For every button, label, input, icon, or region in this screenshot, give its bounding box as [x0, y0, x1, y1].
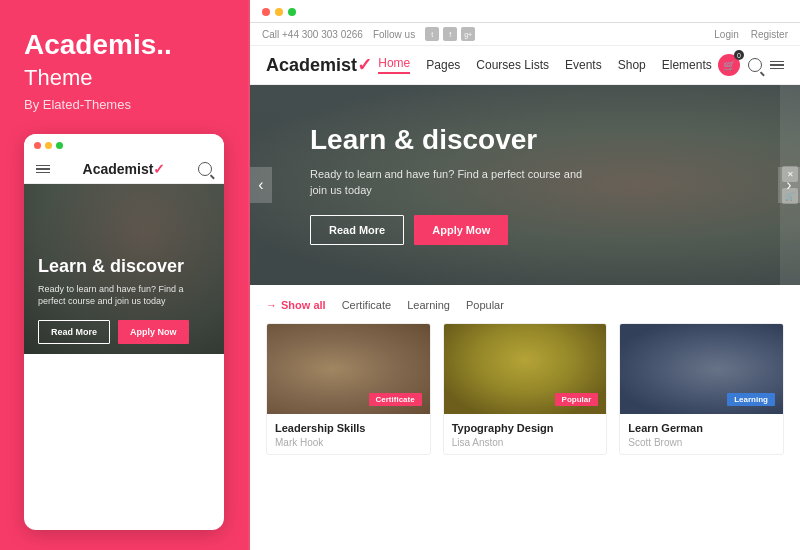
- browser-dot-green: [288, 8, 296, 16]
- site-hero: ‹ › ✕ 🛒 Learn & discover Ready to learn …: [250, 85, 800, 285]
- theme-subtitle: Theme: [24, 65, 224, 91]
- nav-link-pages[interactable]: Pages: [426, 58, 460, 72]
- social-icon-twitter[interactable]: t: [425, 27, 439, 41]
- desktop-search-icon[interactable]: [748, 58, 762, 72]
- courses-filter: → Show all Certificate Learning Popular: [266, 299, 784, 311]
- mobile-hero-title: Learn & discover: [38, 256, 210, 277]
- course-card-2[interactable]: Popular Typography Design Lisa Anston: [443, 323, 608, 455]
- filter-certificate[interactable]: Certificate: [342, 299, 392, 311]
- browser-dot-red: [262, 8, 270, 16]
- mobile-logo: Academist✓: [83, 161, 166, 177]
- hero-prev-button[interactable]: ‹: [250, 167, 272, 203]
- dot-red: [34, 142, 41, 149]
- nav-link-elements[interactable]: Elements: [662, 58, 712, 72]
- course-thumb-1: Certificate: [267, 324, 430, 414]
- theme-by: By Elated-Themes: [24, 97, 224, 112]
- filter-arrow-icon: →: [266, 299, 277, 311]
- browser-chrome: [250, 0, 800, 23]
- mobile-hero-buttons: Read More Apply Now: [38, 320, 210, 344]
- hero-apply-now-button[interactable]: Apply Mow: [414, 215, 508, 245]
- hero-desc: Ready to learn and have fun? Find a perf…: [310, 166, 590, 199]
- nav-link-events[interactable]: Events: [565, 58, 602, 72]
- hero-title: Learn & discover: [310, 125, 740, 156]
- mobile-search-icon[interactable]: [198, 162, 212, 176]
- course-card-1[interactable]: Certificate Leadership Skills Mark Hook: [266, 323, 431, 455]
- course-info-2: Typography Design Lisa Anston: [444, 414, 607, 454]
- topbar-right: Login Register: [714, 29, 788, 40]
- browser-dot-yellow: [275, 8, 283, 16]
- nav-link-home[interactable]: Home: [378, 56, 410, 74]
- course-badge-1: Certificate: [369, 393, 422, 406]
- course-info-3: Learn German Scott Brown: [620, 414, 783, 454]
- topbar-register-link[interactable]: Register: [751, 29, 788, 40]
- desktop-menu-icon[interactable]: [770, 61, 784, 70]
- social-icon-google[interactable]: g+: [461, 27, 475, 41]
- social-icons: t f g+: [425, 27, 475, 41]
- mobile-hero-desc: Ready to learn and have fun? Find a perf…: [38, 283, 210, 308]
- browser-frame: Call +44 300 303 0266 Follow us t f g+ L…: [250, 23, 800, 550]
- theme-title: Academis..: [24, 30, 224, 61]
- topbar-left: Call +44 300 303 0266 Follow us t f g+: [262, 27, 475, 41]
- site-nav-right: 🛒 0: [718, 54, 784, 76]
- social-icon-facebook[interactable]: f: [443, 27, 457, 41]
- course-author-2: Lisa Anston: [452, 437, 599, 448]
- hero-buttons: Read More Apply Mow: [310, 215, 740, 245]
- course-info-1: Leadership Skills Mark Hook: [267, 414, 430, 454]
- mobile-hero: Learn & discover Ready to learn and have…: [24, 184, 224, 354]
- course-author-1: Mark Hook: [275, 437, 422, 448]
- filter-learning[interactable]: Learning: [407, 299, 450, 311]
- hamburger-icon[interactable]: [36, 165, 50, 174]
- course-author-3: Scott Brown: [628, 437, 775, 448]
- mobile-nav: Academist✓: [24, 155, 224, 184]
- course-badge-2: Popular: [555, 393, 599, 406]
- mobile-apply-now-button[interactable]: Apply Now: [118, 320, 189, 344]
- course-title-2: Typography Design: [452, 422, 599, 434]
- cart-icon[interactable]: 🛒 0: [718, 54, 740, 76]
- hero-right-icon-2: 🛒: [782, 188, 798, 204]
- hero-right-bar: ✕ 🛒: [780, 85, 800, 285]
- courses-grid: Certificate Leadership Skills Mark Hook …: [266, 323, 784, 455]
- site-logo-accent: ✓: [357, 55, 372, 75]
- right-panel: Call +44 300 303 0266 Follow us t f g+ L…: [248, 0, 800, 550]
- course-card-3[interactable]: Learning Learn German Scott Brown: [619, 323, 784, 455]
- mobile-top-bar: [24, 134, 224, 155]
- site-navbar: Academist✓ Home Pages Courses Lists Even…: [250, 46, 800, 85]
- topbar-follow: Follow us: [373, 29, 415, 40]
- mobile-logo-accent: ✓: [153, 161, 165, 177]
- filter-show-all[interactable]: → Show all: [266, 299, 326, 311]
- left-panel: Academis.. Theme By Elated-Themes Academ…: [0, 0, 248, 550]
- hero-right-icon-1: ✕: [782, 166, 798, 182]
- course-thumb-2: Popular: [444, 324, 607, 414]
- course-title-1: Leadership Skills: [275, 422, 422, 434]
- site-logo: Academist✓: [266, 54, 372, 76]
- course-badge-3: Learning: [727, 393, 775, 406]
- course-thumb-3: Learning: [620, 324, 783, 414]
- dot-green: [56, 142, 63, 149]
- filter-show-all-label: Show all: [281, 299, 326, 311]
- hero-read-more-button[interactable]: Read More: [310, 215, 404, 245]
- site-topbar: Call +44 300 303 0266 Follow us t f g+ L…: [250, 23, 800, 46]
- filter-popular[interactable]: Popular: [466, 299, 504, 311]
- dot-yellow: [45, 142, 52, 149]
- topbar-login-link[interactable]: Login: [714, 29, 738, 40]
- nav-link-shop[interactable]: Shop: [618, 58, 646, 72]
- nav-link-courses[interactable]: Courses Lists: [476, 58, 549, 72]
- mobile-read-more-button[interactable]: Read More: [38, 320, 110, 344]
- hero-content: Learn & discover Ready to learn and have…: [310, 125, 740, 245]
- mobile-mockup: Academist✓ Learn & discover Ready to lea…: [24, 134, 224, 530]
- site-nav-links: Home Pages Courses Lists Events Shop Ele…: [378, 56, 712, 74]
- cart-badge: 0: [734, 50, 744, 60]
- courses-section: → Show all Certificate Learning Popular …: [250, 285, 800, 550]
- course-title-3: Learn German: [628, 422, 775, 434]
- topbar-phone: Call +44 300 303 0266: [262, 29, 363, 40]
